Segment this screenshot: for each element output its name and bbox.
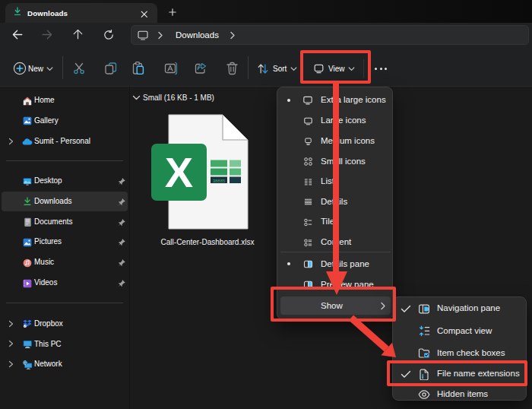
- svg-text:X: X: [165, 148, 193, 196]
- svg-text:38885: 38885: [213, 179, 226, 183]
